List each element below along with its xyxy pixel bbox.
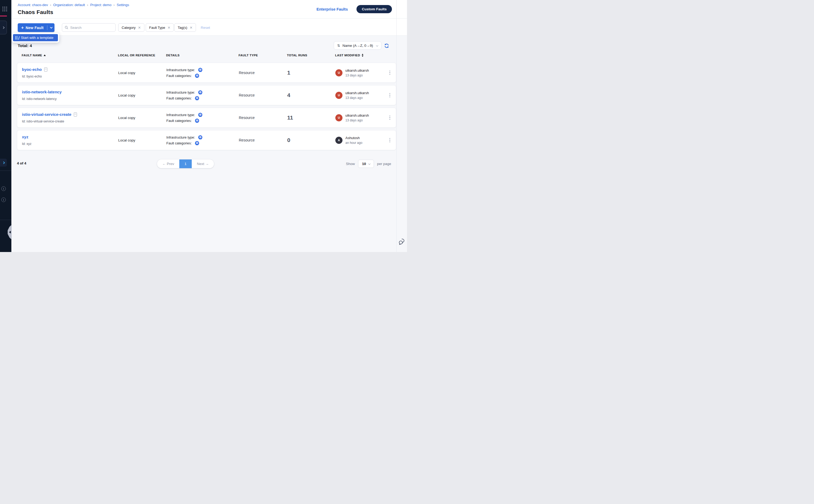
scroll-rail-divider	[396, 0, 397, 252]
manifest-icon[interactable]	[74, 112, 77, 117]
local-or-reference: Local copy	[118, 116, 166, 120]
kubernetes-icon: ☸	[198, 90, 202, 94]
page-size-select[interactable]: 10	[358, 160, 374, 168]
local-or-reference: Local copy	[118, 93, 166, 97]
fault-type: Resource	[239, 116, 287, 120]
pagination: ← Prev 1 Next →	[157, 159, 214, 168]
info-icon[interactable]: i	[1, 198, 6, 202]
close-icon[interactable]: ✕	[138, 26, 141, 30]
total-runs: 0	[287, 137, 335, 143]
active-module-indicator	[0, 16, 7, 16]
search-icon	[65, 26, 68, 29]
custom-faults-button[interactable]: Custom Faults	[356, 5, 392, 13]
table-row[interactable]: istio-virtual-service-create Id: istio-v…	[17, 108, 396, 128]
table-row[interactable]: byoc-echo Id: byoc-echo Local copy Infra…	[17, 63, 396, 83]
column-last-modified[interactable]: LAST MODIFIED	[335, 54, 383, 57]
enterprise-faults-link[interactable]: Enterprise Faults	[317, 7, 348, 11]
plus-icon: +	[21, 25, 24, 30]
author-name: utkarsh.utkarsh	[345, 113, 369, 117]
chevron-down-icon[interactable]	[50, 26, 53, 29]
sort-arrows-icon: ⇅	[337, 44, 340, 48]
kubernetes-icon: ☸	[195, 96, 199, 100]
chevron-right-icon	[2, 26, 5, 29]
sort-value: Name (A→Z, 0→9)	[342, 44, 373, 48]
last-modified-cell: A Ashutoshan hour ago	[335, 136, 383, 145]
filter-chip-category[interactable]: Category✕	[118, 23, 144, 32]
manifest-icon[interactable]	[44, 67, 47, 72]
table-row[interactable]: istio-network-latency Id: istio-network-…	[17, 85, 396, 105]
page-size-control: Show 10 per page	[346, 160, 391, 168]
filter-chip-tags[interactable]: Tag(s)✕	[174, 23, 196, 32]
fault-name-link[interactable]: istio-network-latency	[22, 90, 62, 94]
modified-time: an hour ago	[345, 141, 362, 145]
avatar: U	[335, 92, 342, 99]
triangle-left-icon	[9, 231, 11, 233]
kubernetes-icon: ☸	[198, 135, 202, 139]
fault-id: Id: istio-network-latency	[22, 97, 118, 101]
row-menu-kebab-icon[interactable]	[383, 114, 396, 121]
author-name: utkarsh.utkarsh	[345, 68, 369, 72]
chevron-separator-icon: ›	[50, 3, 51, 7]
details-cell: Infrastructure type:☸ Fault categories:☸	[166, 68, 239, 78]
column-total-runs: TOTAL RUNS	[287, 54, 335, 57]
fault-type: Resource	[239, 93, 287, 97]
row-menu-kebab-icon[interactable]	[383, 137, 396, 144]
breadcrumb-organization[interactable]: Organization: default	[53, 3, 85, 7]
breadcrumb: Account: chaos-dev› Organization: defaul…	[18, 3, 129, 7]
sort-dropdown[interactable]: ⇅ Name (A→Z, 0→9)	[334, 41, 381, 50]
page-number-button[interactable]: 1	[179, 159, 192, 168]
column-local-or-reference: LOCAL OR REFERENCE	[118, 54, 166, 57]
breadcrumb-account[interactable]: Account: chaos-dev	[18, 3, 48, 7]
fault-name-link[interactable]: byoc-echo	[22, 67, 42, 72]
sidebar-expand-button[interactable]	[0, 21, 7, 34]
fault-type: Resource	[239, 71, 287, 75]
avatar: U	[335, 114, 342, 121]
local-or-reference: Local copy	[118, 71, 166, 75]
column-fault-name[interactable]: FAULT NAME	[22, 54, 118, 57]
chevron-down-icon	[376, 44, 378, 47]
sidebar-collapse-handle[interactable]	[8, 225, 12, 240]
fault-name-link[interactable]: istio-virtual-service-create	[22, 112, 71, 117]
row-menu-kebab-icon[interactable]	[383, 92, 396, 99]
support-chat-icon[interactable]	[399, 238, 406, 245]
prev-page-button[interactable]: ← Prev	[157, 159, 179, 168]
total-runs: 11	[287, 114, 335, 121]
per-page-label: per page	[377, 162, 391, 166]
page-header: Account: chaos-dev› Organization: defaul…	[11, 0, 407, 19]
breadcrumb-project[interactable]: Project: demo	[90, 3, 111, 7]
modified-time: 13 days ago	[345, 74, 369, 77]
filter-chip-fault-type[interactable]: Fault Type✕	[146, 23, 174, 32]
details-cell: Infrastructure type:☸ Fault categories:☸	[166, 135, 239, 145]
kubernetes-icon: ☸	[195, 141, 199, 145]
menu-item-start-with-template[interactable]: Start with a template	[13, 34, 58, 41]
total-runs: 1	[287, 70, 335, 76]
page-title: Chaos Faults	[18, 9, 53, 15]
close-icon[interactable]: ✕	[190, 26, 193, 30]
info-icon[interactable]: i	[1, 186, 6, 191]
breadcrumb-settings[interactable]: Settings	[117, 3, 129, 7]
new-fault-dropdown-menu: Start with a template	[12, 33, 59, 43]
template-icon	[15, 36, 19, 40]
column-details: DETAILS	[166, 54, 239, 57]
local-or-reference: Local copy	[118, 138, 166, 142]
table-row[interactable]: xyz Id: xyz Local copy Infrastructure ty…	[17, 130, 396, 150]
reset-filters-link[interactable]: Reset	[201, 26, 210, 30]
app-grid-icon[interactable]	[2, 6, 7, 12]
kubernetes-icon: ☸	[195, 118, 199, 123]
total-runs: 4	[287, 92, 335, 98]
new-fault-button[interactable]: + New Fault	[18, 23, 54, 32]
next-page-button[interactable]: Next →	[192, 159, 214, 168]
kubernetes-icon: ☸	[198, 113, 202, 117]
search-input[interactable]	[70, 26, 113, 30]
author-name: Ashutosh	[345, 136, 362, 140]
main-area: Account: chaos-dev› Organization: defaul…	[11, 0, 407, 252]
fault-name-link[interactable]: xyz	[22, 135, 28, 139]
search-box	[62, 23, 116, 32]
sidebar-expand-button-bottom[interactable]	[0, 159, 7, 167]
refresh-icon[interactable]	[384, 43, 389, 48]
modified-time: 13 days ago	[345, 96, 369, 100]
close-icon[interactable]: ✕	[167, 26, 170, 30]
row-menu-kebab-icon[interactable]	[383, 70, 396, 76]
details-cell: Infrastructure type:☸ Fault categories:☸	[166, 90, 239, 100]
left-nav-sidebar: i i	[0, 0, 11, 252]
